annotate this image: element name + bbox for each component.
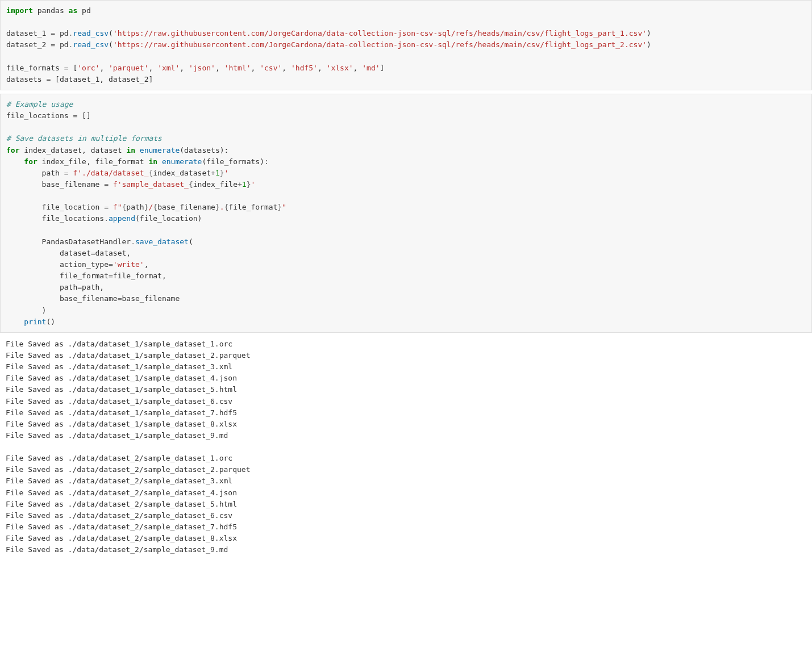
arg-file-format: file_format [6, 271, 109, 280]
comma: , [353, 64, 363, 72]
datasets-list: [dataset_1, dataset_2] [51, 75, 153, 83]
indent [6, 317, 24, 326]
brace-close: } [247, 180, 251, 189]
space [157, 157, 162, 166]
fn-print: print [24, 317, 46, 326]
comma: , [282, 64, 291, 72]
val-base-filename: base_filename [122, 294, 180, 303]
op-eq: = [91, 249, 95, 257]
fstr-dot: . [220, 203, 224, 211]
var-path: path [6, 169, 64, 177]
fstr-base-2: ' [251, 180, 256, 189]
fmt-hdf5: 'hdf5' [291, 64, 318, 72]
expr-fmt: file_format [228, 203, 277, 211]
op-plus: + [238, 180, 242, 189]
op-plus: + [211, 169, 215, 177]
fstr-base-1: f'sample_dataset_ [113, 180, 189, 189]
ref-pd: pd [55, 40, 68, 49]
op-eq: = [64, 169, 69, 177]
fn-save-dataset: save_dataset [135, 237, 189, 246]
append-arg: (file_location) [135, 214, 202, 223]
fmt-html: 'html' [224, 64, 251, 72]
paren-close: ) [647, 40, 651, 49]
bracket-close: ] [380, 64, 385, 72]
val-write: 'write' [113, 260, 144, 269]
fmt-xml: 'xml' [157, 64, 180, 72]
mod-pandas: pandas [38, 6, 64, 15]
kw-for: for [6, 146, 19, 154]
arg-action-type: action_type [6, 260, 109, 269]
op-eq: = [104, 203, 109, 211]
fmt-csv: 'csv' [260, 64, 282, 72]
alias-pd: pd [82, 6, 91, 15]
paren-close: ) [647, 29, 651, 37]
for-vars: index_dataset, dataset [19, 146, 126, 154]
for-vars-2: index_file, file_format [38, 157, 149, 166]
expr-idx-file: index_file [193, 180, 238, 189]
fmt-md: 'md' [362, 64, 380, 72]
fstr-close: " [282, 203, 286, 211]
kw-in: in [126, 146, 135, 154]
op-eq: = [51, 40, 55, 49]
var-file-locations: file_locations [6, 111, 73, 120]
print-parens: () [46, 317, 55, 326]
paren-open: ( [109, 40, 113, 49]
ref-pd: pd [55, 29, 68, 37]
comma: , [251, 64, 260, 72]
enum-arg: (datasets): [180, 146, 228, 154]
fstr-path-1: f'./data/dataset_ [73, 169, 148, 177]
fmt-json: 'json' [189, 64, 215, 72]
expr-path: path [126, 203, 144, 211]
paren-close: ) [6, 306, 46, 315]
space [109, 203, 113, 211]
brace-open: { [153, 203, 157, 211]
url-1: 'https://raw.githubusercontent.com/Jorge… [113, 29, 647, 37]
space [135, 146, 140, 154]
fn-append: append [109, 214, 135, 223]
op-eq: = [104, 180, 109, 189]
paren-open: ( [189, 237, 193, 246]
enum-arg-2: (file_formats): [202, 157, 268, 166]
arg-dataset: dataset [6, 249, 91, 257]
brace-close: } [215, 203, 220, 211]
comma: , [99, 64, 109, 72]
fn-enumerate: enumerate [162, 157, 202, 166]
fstr-loc-open: f" [113, 203, 122, 211]
fmt-xlsx: 'xlsx' [327, 64, 353, 72]
comma: , [148, 64, 157, 72]
fmt-parquet: 'parquet' [109, 64, 148, 72]
fmt-orc: 'orc' [77, 64, 99, 72]
dot: . [104, 214, 109, 223]
var-file-location: file_location [6, 203, 104, 211]
comma: , [215, 64, 224, 72]
val-file-format: file_format, [113, 271, 166, 280]
code-cell-2[interactable]: # Example usage file_locations = [] # Sa… [0, 94, 812, 333]
expr-base: base_filename [157, 203, 215, 211]
op-eq: = [64, 64, 69, 72]
arg-base-filename: base_filename [6, 294, 118, 303]
fn-read-csv: read_csv [73, 29, 109, 37]
indent [6, 157, 24, 166]
kw-import: import [6, 6, 33, 15]
comma: , [144, 260, 149, 269]
comma: , [318, 64, 327, 72]
code-cell-1[interactable]: import pandas as pd dataset_1 = pd.read_… [0, 0, 812, 90]
val-dataset: dataset, [95, 249, 131, 257]
kw-for: for [24, 157, 37, 166]
paren-open: ( [109, 29, 113, 37]
op-eq: = [118, 294, 122, 303]
op-eq: = [109, 271, 113, 280]
empty-list: [] [77, 111, 90, 120]
fn-read-csv: read_csv [73, 40, 109, 49]
op-eq: = [51, 29, 55, 37]
expr-idx: index_dataset [153, 169, 211, 177]
comment-example: # Example usage [6, 100, 73, 108]
comment-save: # Save datasets in multiple formats [6, 134, 162, 143]
op-eq: = [109, 260, 113, 269]
dot: . [131, 237, 135, 246]
brace-close: } [220, 169, 224, 177]
fstr-path-2: ' [224, 169, 229, 177]
var-base-filename: base_filename [6, 180, 104, 189]
kw-in: in [148, 157, 157, 166]
var-dataset1: dataset_1 [6, 29, 51, 37]
